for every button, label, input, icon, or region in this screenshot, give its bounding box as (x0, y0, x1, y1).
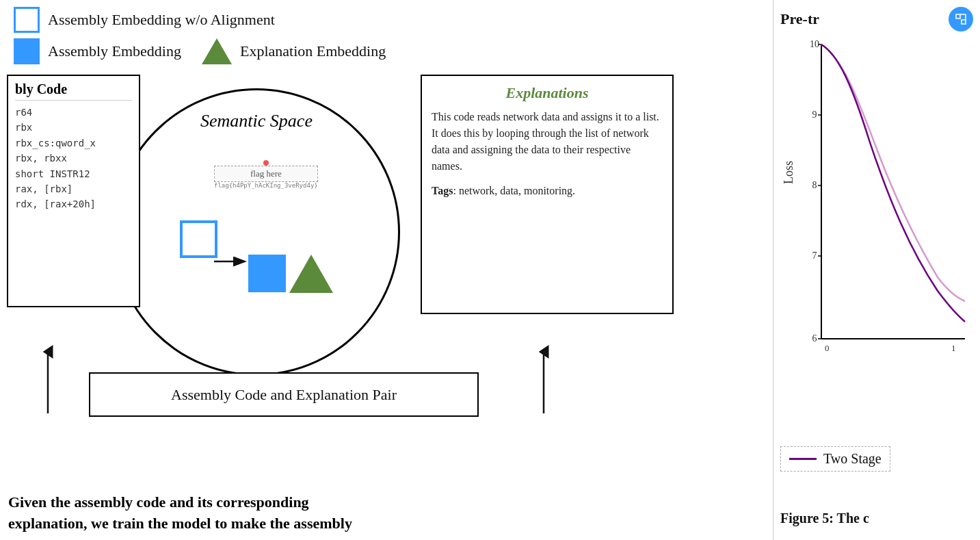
left-panel: Assembly Embedding w/o Alignment Assembl… (0, 0, 773, 540)
figure-caption: Figure 5: The c (780, 511, 869, 526)
chart-title: Pre-tr (780, 10, 819, 28)
explanation-embedding-icon (202, 38, 232, 64)
arrow-to-assembly (21, 338, 75, 420)
assembly-embedding-no-align-icon (14, 7, 40, 33)
explanations-text: This code reads network data and assigns… (432, 109, 663, 175)
page-container: Assembly Embedding w/o Alignment Assembl… (0, 0, 980, 540)
two-stage-label: Two Stage (823, 451, 882, 467)
y-axis-label: Loss (782, 161, 796, 184)
svg-text:6: 6 (812, 333, 817, 344)
legend-row2-label2: Explanation Embedding (240, 42, 386, 60)
right-panel: Pre-tr Loss 10 9 8 7 (773, 0, 980, 540)
explanations-box: Explanations This code reads network dat… (421, 75, 674, 314)
assembly-line-3: rbx_cs:qword_x (15, 136, 132, 151)
explanation-embedding-legend: Explanation Embedding (202, 38, 386, 64)
semantic-circle-wrapper: Semantic Space flag here flag{h4PpY_hAcK… (113, 88, 400, 376)
assembly-embedding-icon (14, 38, 40, 64)
legend-row1-label: Assembly Embedding w/o Alignment (48, 11, 275, 29)
assembly-line-6: rax, [rbx] (15, 181, 132, 196)
svg-text:1: 1 (951, 343, 956, 353)
bottom-text: Given the assembly code and its correspo… (0, 487, 752, 540)
bottom-text-line2: explanation, we train the model to make … (8, 513, 744, 535)
top-right-button[interactable] (949, 7, 973, 31)
pair-label-box: Assembly Code and Explanation Pair (89, 372, 479, 417)
assembly-line-7: rdx, [rax+20h] (15, 196, 132, 211)
tags-colon: : (453, 185, 458, 196)
bottom-text-line1: Given the assembly code and its correspo… (8, 492, 744, 513)
arrow-to-explanations (537, 338, 592, 420)
assembly-code-box: bly Code r64 rbx rbx_cs:qword_x rbx, rbx… (7, 75, 140, 307)
two-stage-line-icon (789, 458, 817, 460)
semantic-space-label: Semantic Space (200, 111, 313, 131)
svg-text:0: 0 (825, 343, 830, 353)
flag-element: flag here flag{h4PpY_hAcKIng_3veRyd4y} (214, 159, 318, 189)
assembly-line-1: r64 (15, 105, 132, 120)
svg-text:7: 7 (812, 250, 817, 261)
legend-row2: Assembly Embedding Explanation Embedding (14, 38, 766, 64)
explanations-title: Explanations (432, 84, 663, 102)
svg-text:10: 10 (810, 39, 819, 49)
assembly-line-2: rbx (15, 120, 132, 135)
flag-label: flag here (250, 168, 282, 179)
flag-box: flag here (214, 166, 318, 182)
tags-label: Tags (432, 185, 453, 196)
assembly-line-4: rbx, rbxx (15, 151, 132, 166)
assembly-code-title: bly Code (15, 81, 132, 101)
expand-icon (954, 12, 968, 26)
explanations-tags: Tags: network, data, monitoring. (432, 183, 663, 199)
chart-area: Loss 10 9 8 7 6 (780, 38, 977, 380)
svg-text:9: 9 (812, 110, 817, 120)
inner-arrow-svg (211, 248, 252, 275)
semantic-circle: Semantic Space flag here flag{h4PpY_hAcK… (113, 88, 400, 376)
svg-rect-5 (962, 20, 966, 24)
svg-text:8: 8 (812, 180, 817, 190)
flag-dot (263, 160, 269, 166)
tags-values: network, data, monitoring. (459, 185, 575, 196)
explanation-triangle (289, 255, 333, 293)
flag-subtext: flag{h4PpY_hAcKIng_3veRyd4y} (214, 182, 318, 189)
legend-row1: Assembly Embedding w/o Alignment (14, 7, 766, 33)
assembly-line-5: short INSTR12 (15, 166, 132, 181)
legend-row2-label1: Assembly Embedding (48, 42, 181, 60)
two-stage-legend: Two Stage (780, 446, 890, 472)
loss-chart-svg: 10 9 8 7 6 0 1 (801, 38, 972, 359)
filled-square-embedding (248, 255, 286, 292)
pair-label-text: Assembly Code and Explanation Pair (171, 386, 397, 404)
svg-rect-4 (956, 14, 960, 18)
diagram-area: bly Code r64 rbx rbx_cs:qword_x rbx, rbx… (7, 75, 766, 458)
